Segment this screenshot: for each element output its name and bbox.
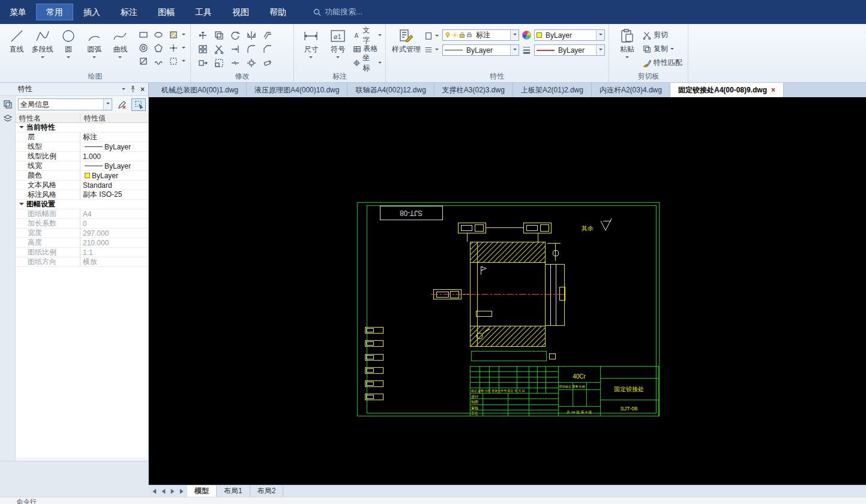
drawing-canvas[interactable]: SJT-08 其余 40Cr 固定铰接处 SJT-08 共 14 张 第 9 张…: [149, 97, 866, 485]
chamfer-icon[interactable]: [263, 44, 272, 54]
style-manager-button[interactable]: 样式管理: [389, 27, 423, 55]
next-tab-button[interactable]: [168, 485, 178, 497]
hatch-icon[interactable]: [169, 30, 178, 40]
scale-icon[interactable]: [214, 58, 224, 68]
ribbon-tab-help[interactable]: 帮助: [259, 4, 296, 20]
region-icon[interactable]: [139, 56, 148, 66]
linetype-select[interactable]: ByLayer: [442, 44, 519, 56]
ribbon-tab-view[interactable]: 视图: [222, 4, 259, 20]
group-current-properties[interactable]: 当前特性: [16, 123, 148, 133]
revcloud-icon[interactable]: [154, 56, 163, 66]
lineweight-dropdown-button[interactable]: [596, 45, 604, 55]
trim-icon[interactable]: [214, 44, 224, 54]
circle-tool-button[interactable]: 圆: [55, 27, 81, 60]
ribbon-tab-home[interactable]: 常用: [36, 4, 73, 20]
doc-tab-6[interactable]: 内连杆A2(03)4.dwg: [592, 83, 670, 97]
spline-tool-button[interactable]: 曲线: [107, 27, 133, 60]
prop-row-text-style[interactable]: 文本风格Standard: [16, 181, 148, 190]
offset-icon[interactable]: [263, 31, 272, 40]
paste-button[interactable]: 粘贴: [613, 27, 642, 60]
group-sheet-settings[interactable]: 图幅设置: [16, 200, 148, 209]
style-filter-button[interactable]: [424, 29, 439, 42]
prop-row-linetype[interactable]: 线型ByLayer: [16, 142, 148, 152]
polygon-icon[interactable]: [154, 43, 163, 53]
list-style-button[interactable]: [424, 43, 439, 56]
donut-icon[interactable]: [139, 43, 148, 53]
arc-tool-button[interactable]: 圆弧: [82, 27, 107, 60]
stretch-icon[interactable]: [198, 58, 208, 68]
rotate-icon[interactable]: [230, 31, 240, 40]
prop-row-lineweight[interactable]: 线宽ByLayer: [16, 161, 148, 171]
prev-tab-button[interactable]: [158, 485, 168, 497]
cut-button[interactable]: 剪切: [643, 29, 682, 41]
layer-select[interactable]: 标注: [442, 29, 519, 41]
rectangle-icon[interactable]: [139, 30, 148, 40]
text-tool-button[interactable]: A 文字: [353, 29, 382, 41]
erase-icon[interactable]: [263, 58, 272, 68]
layout-tab-1[interactable]: 布局1: [217, 485, 250, 497]
ribbon-tab-annotate[interactable]: 标注: [110, 4, 148, 20]
color-dropdown-button[interactable]: [596, 30, 604, 40]
fillet-icon[interactable]: [247, 44, 256, 54]
close-tab-icon[interactable]: ×: [771, 86, 775, 94]
pin-icon[interactable]: [129, 85, 137, 93]
polyline-tool-button[interactable]: 多段线: [29, 27, 55, 60]
prop-row-linetype-scale[interactable]: 线型比例1.000: [16, 152, 148, 161]
doc-tab-1[interactable]: 机械总装图A0(00)1.dwg: [154, 83, 247, 97]
command-line-strip[interactable]: 命令行: [0, 497, 866, 504]
line-tool-button[interactable]: 直线: [4, 27, 29, 55]
lineweight-select[interactable]: ByLayer: [534, 44, 605, 56]
dimension-tool-button[interactable]: 尺寸: [298, 27, 325, 60]
panel-menu-icon[interactable]: [122, 88, 125, 92]
color-wheel-icon[interactable]: [522, 31, 531, 40]
ribbon-tab-sheet[interactable]: 图幅: [148, 4, 185, 20]
panel-resize-area[interactable]: [0, 461, 148, 485]
close-icon[interactable]: ×: [140, 85, 145, 94]
array-icon[interactable]: [198, 44, 208, 54]
symbol-tool-button[interactable]: ⌀1 符号: [325, 27, 352, 60]
ribbon-tab-insert[interactable]: 插入: [73, 4, 110, 20]
explode-icon[interactable]: [247, 58, 256, 68]
lineweight-icon[interactable]: [522, 46, 531, 55]
dropdown-arrow-icon: [670, 48, 674, 52]
function-search[interactable]: 功能搜索...: [313, 7, 362, 17]
properties-palette-icon[interactable]: [3, 100, 13, 109]
match-properties-button[interactable]: 特性匹配: [643, 56, 682, 69]
extend-icon[interactable]: [230, 44, 240, 54]
prop-row-dim-style[interactable]: 标注风格副本 ISO-25: [16, 190, 148, 200]
point-icon[interactable]: [169, 43, 178, 53]
break-icon[interactable]: [230, 58, 240, 68]
coordinate-tool-button[interactable]: 坐标: [353, 56, 382, 69]
layout-tab-model[interactable]: 模型: [187, 485, 217, 497]
select-objects-button[interactable]: [131, 98, 146, 111]
prop-row-color[interactable]: 颜色ByLayer: [16, 171, 148, 181]
move-icon[interactable]: [198, 31, 208, 40]
lock-icon: [459, 32, 465, 38]
last-tab-button[interactable]: [178, 485, 187, 497]
prop-row-layer[interactable]: 层标注: [16, 133, 148, 142]
copy-icon[interactable]: [214, 31, 224, 40]
selection-scope-dropdown[interactable]: [103, 99, 112, 110]
ellipse-icon[interactable]: [154, 30, 163, 40]
doc-tab-3[interactable]: 联轴器A4(002)12.dwg: [347, 83, 434, 97]
doc-tab-5[interactable]: 上板架A2(01)2.dwg: [513, 83, 592, 97]
linetype-dropdown-button[interactable]: [510, 45, 519, 55]
edit-style-button[interactable]: [115, 98, 129, 111]
doc-tab-2[interactable]: 液压原理图A4(000)10.dwg: [247, 83, 347, 97]
doc-tab-active[interactable]: 固定铰接处A4(00-08)9.dwg×: [670, 83, 784, 97]
wipeout-icon[interactable]: [169, 56, 178, 66]
menu-button[interactable]: 菜单: [0, 4, 36, 20]
dropdown-arrow-icon[interactable]: [182, 47, 185, 50]
dropdown-arrow-icon[interactable]: [182, 34, 185, 37]
copy-button[interactable]: 复制: [643, 43, 682, 55]
mirror-icon[interactable]: [247, 31, 256, 40]
layers-palette-icon[interactable]: [3, 114, 13, 124]
layer-dropdown-button[interactable]: [510, 30, 519, 40]
selection-scope-select[interactable]: 全局信息: [18, 98, 112, 110]
first-tab-button[interactable]: [149, 485, 158, 497]
dropdown-arrow-icon[interactable]: [182, 60, 185, 64]
layout-tab-2[interactable]: 布局2: [250, 485, 284, 497]
color-select[interactable]: ByLayer: [534, 29, 605, 41]
doc-tab-4[interactable]: 支撑柱A3(02)3.dwg: [435, 83, 513, 97]
ribbon-tab-tools[interactable]: 工具: [185, 4, 222, 20]
